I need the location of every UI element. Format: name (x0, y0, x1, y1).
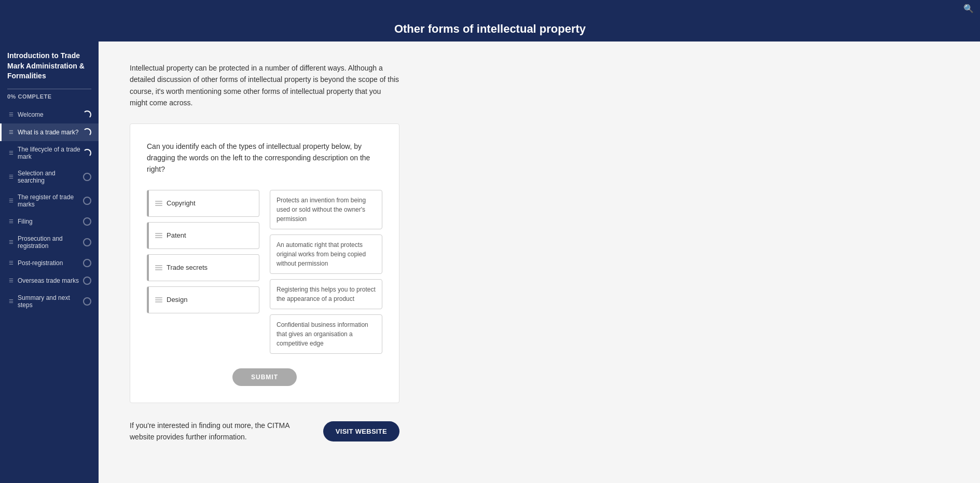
menu-lines-icon-7: ☰ (9, 239, 13, 245)
exercise-card: Can you identify each of the types of in… (130, 123, 399, 403)
sidebar-status-summary (83, 297, 91, 306)
sidebar-item-lifecycle-label: The lifecycle of a trade mark (18, 146, 83, 160)
search-icon[interactable]: 🔍 (963, 4, 974, 13)
sidebar-item-postreg-label: Post-registration (18, 259, 63, 267)
drag-item-copyright[interactable]: Copyright (147, 190, 259, 217)
drag-label-copyright: Copyright (167, 199, 196, 207)
sidebar-item-summary-label: Summary and next steps (18, 294, 83, 309)
sidebar-item-prosecution[interactable]: ☰ Prosecution and registration (0, 230, 99, 254)
sidebar-status-filing (83, 217, 91, 226)
menu-lines-icon-6: ☰ (9, 218, 13, 224)
menu-lines-icon: ☰ (9, 112, 13, 117)
sidebar-divider (7, 89, 91, 89)
drop-target-3[interactable]: Registering this helps you to protect th… (270, 279, 382, 309)
drop-target-4[interactable]: Confidential business information that g… (270, 314, 382, 354)
sidebar-status-postreg (83, 259, 91, 267)
drag-item-design[interactable]: Design (147, 286, 259, 313)
sidebar: Introduction to Trade Mark Administratio… (0, 42, 99, 483)
drag-labels-column: Copyright Patent Trade secrets (147, 190, 259, 354)
bottom-text: If you're interested in finding out more… (130, 420, 311, 443)
course-title: Introduction to Trade Mark Administratio… (0, 42, 99, 89)
drop-target-2-text: An automatic right that protects origina… (277, 240, 376, 268)
sidebar-status-overseas (83, 277, 91, 285)
drop-target-2[interactable]: An automatic right that protects origina… (270, 234, 382, 274)
sidebar-status-welcome (83, 111, 91, 119)
top-bar: 🔍 (0, 0, 980, 17)
sidebar-nav: ☰ Welcome ☰ What is a trade mark? ☰ The … (0, 106, 99, 483)
sidebar-item-filing[interactable]: ☰ Filing (0, 213, 99, 230)
sidebar-status-prosecution (83, 238, 91, 246)
drag-handle-design (155, 297, 162, 302)
drag-item-patent[interactable]: Patent (147, 222, 259, 249)
sidebar-item-postregistration[interactable]: ☰ Post-registration (0, 254, 99, 272)
sidebar-item-selection-label: Selection and searching (18, 170, 83, 184)
sidebar-item-overseas-label: Overseas trade marks (18, 277, 79, 284)
sidebar-item-register[interactable]: ☰ The register of trade marks (0, 189, 99, 213)
drop-target-1[interactable]: Protects an invention from being used or… (270, 190, 382, 229)
menu-lines-icon-2: ☰ (9, 129, 13, 135)
menu-lines-icon-8: ☰ (9, 260, 13, 266)
sidebar-item-welcome[interactable]: ☰ Welcome (0, 106, 99, 123)
drag-label-design: Design (167, 296, 187, 303)
sidebar-item-trademark-label: What is a trade mark? (18, 129, 78, 136)
page-title: Other forms of intellectual property (394, 22, 586, 36)
menu-lines-icon-4: ☰ (9, 174, 13, 180)
sidebar-item-prosecution-label: Prosecution and registration (18, 235, 83, 250)
drop-target-3-text: Registering this helps you to protect th… (277, 285, 376, 303)
sidebar-item-welcome-label: Welcome (18, 111, 44, 118)
submit-button-wrapper: SUBMIT (147, 368, 382, 386)
visit-website-button[interactable]: VISIT WEBSITE (323, 421, 399, 441)
page-intro: Intellectual property can be protected i… (130, 62, 399, 109)
sidebar-item-summary[interactable]: ☰ Summary and next steps (0, 289, 99, 313)
sidebar-status-selection (83, 173, 91, 181)
sidebar-status-register (83, 197, 91, 205)
drop-targets-column: Protects an invention from being used or… (270, 190, 382, 354)
drag-label-patent: Patent (167, 231, 186, 239)
sidebar-item-lifecycle[interactable]: ☰ The lifecycle of a trade mark (0, 141, 99, 165)
exercise-prompt: Can you identify each of the types of in… (147, 141, 382, 175)
sidebar-item-register-label: The register of trade marks (18, 194, 83, 208)
menu-lines-icon-5: ☰ (9, 198, 13, 203)
sidebar-item-filing-label: Filing (18, 218, 33, 225)
main-content: Intellectual property can be protected i… (99, 42, 980, 483)
drop-target-1-text: Protects an invention from being used or… (277, 196, 376, 224)
drag-drop-area: Copyright Patent Trade secrets (147, 190, 382, 354)
drag-handle-copyright (155, 201, 162, 206)
submit-button[interactable]: SUBMIT (232, 368, 297, 386)
sidebar-item-selection[interactable]: ☰ Selection and searching (0, 165, 99, 189)
sidebar-status-trademark (83, 128, 91, 136)
menu-lines-icon-10: ☰ (9, 298, 13, 304)
drag-label-trade-secrets: Trade secrets (167, 264, 208, 271)
sidebar-item-what-is-trademark[interactable]: ☰ What is a trade mark? (0, 123, 99, 141)
sidebar-item-overseas[interactable]: ☰ Overseas trade marks (0, 272, 99, 289)
main-header: Other forms of intellectual property (0, 17, 980, 42)
bottom-section: If you're interested in finding out more… (130, 420, 399, 443)
progress-label: 0% COMPLETE (0, 93, 99, 106)
drag-handle-trade-secrets (155, 265, 162, 270)
drag-handle-patent (155, 233, 162, 238)
drop-target-4-text: Confidential business information that g… (277, 320, 376, 348)
sidebar-status-lifecycle (83, 149, 91, 157)
menu-lines-icon-9: ☰ (9, 278, 13, 283)
drag-item-trade-secrets[interactable]: Trade secrets (147, 254, 259, 281)
menu-lines-icon-3: ☰ (9, 150, 13, 156)
